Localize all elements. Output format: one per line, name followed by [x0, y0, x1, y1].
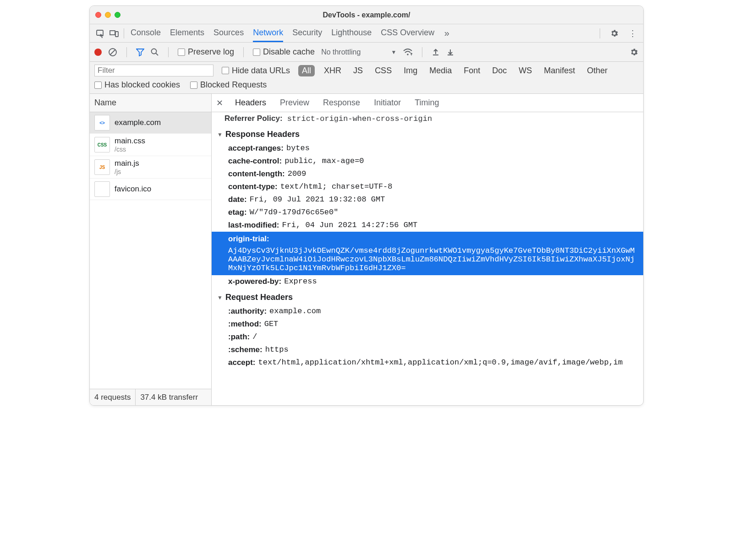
- network-conditions-icon[interactable]: [403, 48, 413, 56]
- request-name: main.css: [115, 136, 145, 146]
- record-button[interactable]: [94, 49, 102, 56]
- headers-content[interactable]: Referrer Policy: strict-origin-when-cros…: [212, 112, 643, 405]
- header-value: /: [252, 332, 257, 342]
- filter-type-css[interactable]: CSS: [372, 65, 394, 76]
- header-row[interactable]: content-type: text/html; charset=UTF-8: [212, 180, 643, 193]
- network-main: Name <>example.comCSSmain.css/cssJSmain.…: [90, 94, 643, 405]
- filter-type-all[interactable]: All: [298, 65, 315, 76]
- filter-type-ws[interactable]: WS: [516, 65, 535, 76]
- header-key: date:: [228, 195, 247, 204]
- header-row[interactable]: :scheme: https: [212, 343, 643, 356]
- request-row[interactable]: JSmain.js/js: [90, 156, 211, 179]
- panel-tab-sources[interactable]: Sources: [213, 24, 244, 42]
- header-value: Express: [284, 277, 317, 286]
- network-toolbar: Preserve log Disable cache No throttling…: [90, 43, 643, 62]
- response-headers-section[interactable]: ▼ Response Headers: [212, 125, 643, 142]
- header-value: https: [265, 345, 289, 354]
- header-row[interactable]: cache-control: public, max-age=0: [212, 155, 643, 168]
- header-row[interactable]: x-powered-by: Express: [212, 275, 643, 288]
- filter-icon[interactable]: [136, 48, 144, 56]
- header-row[interactable]: content-length: 2009: [212, 168, 643, 180]
- panel-tab-console[interactable]: Console: [131, 24, 161, 42]
- clear-icon[interactable]: [108, 48, 117, 57]
- header-row[interactable]: :method: GET: [212, 318, 643, 331]
- panel-tab-security[interactable]: Security: [292, 24, 322, 42]
- request-row[interactable]: favicon.ico: [90, 179, 211, 200]
- header-value: text/html; charset=UTF-8: [280, 182, 393, 191]
- request-headers-section[interactable]: ▼ Request Headers: [212, 288, 643, 305]
- download-har-icon[interactable]: [446, 48, 454, 56]
- close-details-icon[interactable]: ✕: [216, 98, 223, 108]
- kebab-menu-icon[interactable]: ⋮: [626, 28, 640, 38]
- header-value: public, max-age=0: [284, 157, 364, 166]
- section-title: Request Headers: [225, 293, 293, 302]
- panel-tab-css-overview[interactable]: CSS Overview: [381, 24, 434, 42]
- header-row[interactable]: date: Fri, 09 Jul 2021 19:32:08 GMT: [212, 193, 643, 206]
- section-title: Response Headers: [225, 130, 300, 139]
- more-panels-icon[interactable]: »: [440, 24, 454, 42]
- filter-type-media[interactable]: Media: [427, 65, 454, 76]
- header-row[interactable]: origin-trial: Aj4DysCv3VjknU3jJvkDEwnQZK…: [212, 232, 643, 275]
- panel-tab-lighthouse[interactable]: Lighthouse: [331, 24, 372, 42]
- header-value: bytes: [286, 144, 310, 153]
- header-row[interactable]: :path: /: [212, 331, 643, 343]
- header-row[interactable]: accept: text/html,application/xhtml+xml,…: [212, 356, 643, 369]
- filter-input[interactable]: [94, 65, 213, 76]
- upload-har-icon[interactable]: [432, 48, 440, 56]
- svg-point-7: [407, 54, 409, 55]
- header-key: accept:: [228, 358, 256, 367]
- inspect-element-icon[interactable]: [93, 24, 107, 42]
- header-key: content-length:: [228, 169, 285, 179]
- svg-rect-2: [115, 32, 118, 37]
- filter-type-js[interactable]: JS: [350, 65, 366, 76]
- filter-type-other[interactable]: Other: [584, 65, 610, 76]
- header-key: Referrer Policy:: [224, 114, 283, 123]
- header-key: origin-trial:: [228, 234, 269, 244]
- has-blocked-cookies-label: Has blocked cookies: [104, 80, 180, 90]
- preserve-log-label: Preserve log: [188, 47, 234, 57]
- detail-tab-preview[interactable]: Preview: [280, 98, 309, 108]
- request-count: 4 requests: [90, 389, 136, 405]
- filter-type-doc[interactable]: Doc: [489, 65, 509, 76]
- request-row[interactable]: <>example.com: [90, 112, 211, 134]
- header-row[interactable]: etag: W/"7d9-179d76c65e0": [212, 206, 643, 219]
- header-value: text/html,application/xhtml+xml,applicat…: [258, 358, 623, 367]
- panel-tab-elements[interactable]: Elements: [170, 24, 204, 42]
- header-key: x-powered-by:: [228, 277, 281, 286]
- header-value: Fri, 04 Jun 2021 14:27:56 GMT: [282, 221, 417, 230]
- device-toolbar-icon[interactable]: [107, 24, 121, 42]
- header-row[interactable]: :authority: example.com: [212, 305, 643, 318]
- svg-rect-0: [97, 30, 103, 35]
- settings-icon[interactable]: [607, 29, 621, 38]
- filter-type-img[interactable]: Img: [401, 65, 420, 76]
- disable-cache-checkbox[interactable]: Disable cache: [253, 47, 315, 57]
- header-value: W/"7d9-179d76c65e0": [250, 208, 339, 217]
- search-icon[interactable]: [151, 48, 159, 56]
- titlebar: DevTools - example.com/: [90, 6, 643, 24]
- filter-type-xhr[interactable]: XHR: [321, 65, 344, 76]
- detail-tab-response[interactable]: Response: [323, 98, 360, 108]
- disclosure-triangle-icon: ▼: [217, 294, 223, 301]
- panel-tab-network[interactable]: Network: [253, 24, 283, 42]
- header-row[interactable]: accept-ranges: bytes: [212, 142, 643, 155]
- hide-data-urls-checkbox[interactable]: Hide data URLs: [222, 66, 290, 76]
- file-type-icon: [94, 181, 110, 197]
- filter-type-font[interactable]: Font: [461, 65, 483, 76]
- header-row[interactable]: last-modified: Fri, 04 Jun 2021 14:27:56…: [212, 219, 643, 232]
- has-blocked-cookies-checkbox[interactable]: Has blocked cookies: [94, 80, 180, 90]
- network-settings-icon[interactable]: [629, 48, 639, 57]
- filter-type-manifest[interactable]: Manifest: [541, 65, 578, 76]
- blocked-requests-checkbox[interactable]: Blocked Requests: [190, 80, 267, 90]
- name-column-header[interactable]: Name: [90, 94, 211, 112]
- detail-tab-initiator[interactable]: Initiator: [374, 98, 401, 108]
- header-key: :method:: [228, 320, 262, 329]
- detail-tab-headers[interactable]: Headers: [235, 98, 266, 108]
- detail-tab-timing[interactable]: Timing: [415, 98, 439, 108]
- throttling-select[interactable]: No throttling ▼: [321, 48, 396, 56]
- transfer-size: 37.4 kB transferr: [136, 389, 202, 405]
- status-footer: 4 requests 37.4 kB transferr: [90, 389, 211, 405]
- window-title: DevTools - example.com/: [90, 11, 643, 19]
- request-row[interactable]: CSSmain.css/css: [90, 134, 211, 156]
- preserve-log-checkbox[interactable]: Preserve log: [178, 47, 234, 57]
- truncated-row: Referrer Policy: strict-origin-when-cros…: [212, 112, 643, 125]
